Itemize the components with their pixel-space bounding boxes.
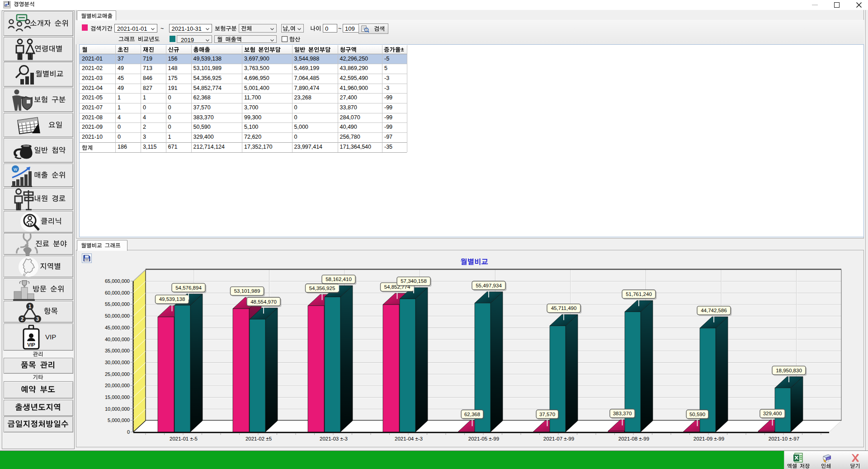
svg-text:VIP: VIP	[45, 333, 56, 341]
